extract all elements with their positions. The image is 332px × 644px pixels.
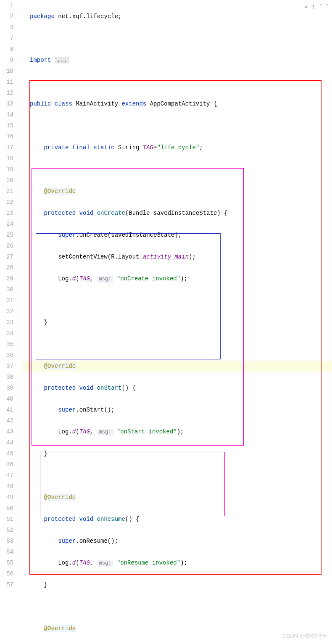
space	[113, 428, 116, 435]
code-line[interactable]: public class MainActivity extends AppCom…	[30, 98, 332, 109]
code-line[interactable]: Log.d(TAG, msg: "onStart invoked");	[30, 426, 332, 437]
code-line[interactable]	[30, 33, 332, 44]
line-number[interactable]: 35	[0, 339, 13, 350]
code-line[interactable]	[30, 339, 332, 350]
line-number[interactable]: 39	[0, 383, 13, 393]
code-line[interactable]	[30, 601, 332, 612]
line-number[interactable]: 19	[0, 164, 13, 175]
code-line[interactable]: protected void onResume() {	[30, 514, 332, 525]
modifiers: protected void	[44, 516, 97, 523]
line-number[interactable]: 16	[0, 131, 13, 142]
line-number[interactable]: 51	[0, 514, 13, 525]
code-line[interactable]: super.onResume();	[30, 536, 332, 546]
code-area[interactable]: package net.xqf.lifecycle; import ... pu…	[23, 0, 332, 644]
line-number[interactable]: 55	[0, 557, 13, 568]
line-number[interactable]: 56	[0, 568, 13, 579]
line-number[interactable]: 31	[0, 295, 13, 306]
line-number[interactable]: 20	[0, 175, 13, 186]
line-number-gutter[interactable]: 1 2 3 7 8 9 10 11 12 13 14 15 16 17 18 1…	[0, 0, 23, 644]
line-number[interactable]: 49	[0, 492, 13, 503]
line-number[interactable]: 54	[0, 546, 13, 557]
code-line[interactable]: @Override	[30, 186, 332, 197]
line-number[interactable]: 42	[0, 415, 13, 426]
code-line[interactable]	[30, 77, 332, 87]
code-line[interactable]: protected void onCreate(Bundle savedInst…	[30, 208, 332, 219]
code-line[interactable]	[30, 120, 332, 131]
line-number[interactable]: 17	[0, 142, 13, 153]
line-number[interactable]: 18	[0, 153, 13, 164]
collapsed-imports[interactable]: ...	[55, 57, 69, 63]
line-number[interactable]: 33	[0, 317, 13, 328]
code-line[interactable]: super.onCreate(savedInstanceState);	[30, 230, 332, 240]
line-number[interactable]: 1	[0, 0, 13, 11]
line-number[interactable]: 15	[0, 120, 13, 131]
code-line[interactable]: }	[30, 317, 332, 328]
line-number[interactable]: 3	[0, 22, 13, 33]
call: .onResume();	[76, 538, 118, 544]
line-number[interactable]: 29	[0, 273, 13, 284]
line-number[interactable]: 37	[0, 361, 13, 372]
code-line[interactable]: }	[30, 579, 332, 590]
line-number[interactable]: 12	[0, 87, 13, 98]
code-line[interactable]: super.onStart();	[30, 404, 332, 415]
static-method: d	[72, 560, 76, 566]
code-line[interactable]: setContentView(R.layout.activity_main);	[30, 251, 332, 262]
string-literal: "onResume invoked"	[117, 560, 180, 566]
code-line[interactable]: }	[30, 448, 332, 459]
line-number[interactable]: 7	[0, 33, 13, 44]
code-line[interactable]	[30, 470, 332, 481]
line-number[interactable]: 34	[0, 328, 13, 339]
annotation: @Override	[44, 494, 76, 501]
space	[113, 560, 116, 566]
line-number[interactable]: 30	[0, 284, 13, 295]
line-number[interactable]: 24	[0, 219, 13, 230]
line-number[interactable]: 47	[0, 470, 13, 481]
line-number[interactable]: 48	[0, 481, 13, 492]
line-number[interactable]: 23	[0, 208, 13, 219]
line-number[interactable]: 50	[0, 503, 13, 514]
code-line[interactable]	[30, 164, 332, 175]
field-name: TAG	[143, 144, 153, 151]
line-number[interactable]: 45	[0, 448, 13, 459]
line-number[interactable]: 8	[0, 44, 13, 55]
code-line[interactable]: package net.xqf.lifecycle;	[30, 11, 332, 22]
keyword: public class	[30, 100, 76, 107]
line-number[interactable]: 2	[0, 11, 13, 22]
line-number[interactable]: 14	[0, 109, 13, 120]
static-method: d	[72, 275, 76, 282]
code-line[interactable]: Log.d(TAG, msg: "onResume invoked");	[30, 557, 332, 568]
line-number[interactable]: 36	[0, 350, 13, 361]
line-number[interactable]: 46	[0, 459, 13, 470]
line-number[interactable]: 40	[0, 393, 13, 404]
line-number[interactable]: 53	[0, 536, 13, 546]
code-line[interactable]: private final static String TAG="life_cy…	[30, 142, 332, 153]
suffix: );	[180, 560, 187, 566]
line-number[interactable]: 28	[0, 262, 13, 273]
line-number[interactable]: 26	[0, 240, 13, 251]
line-number[interactable]: 43	[0, 426, 13, 437]
line-number[interactable]: 22	[0, 197, 13, 208]
code-line-highlighted[interactable]: @Override	[23, 361, 332, 372]
code-line[interactable]: protected void onStart() {	[30, 383, 332, 393]
line-number[interactable]: 9	[0, 55, 13, 66]
line-number[interactable]: 27	[0, 251, 13, 262]
line-number[interactable]: 21	[0, 186, 13, 197]
paren: (	[76, 275, 79, 282]
line-number[interactable]: 41	[0, 404, 13, 415]
line-number[interactable]: 25	[0, 230, 13, 240]
line-number[interactable]: 38	[0, 372, 13, 383]
line-number[interactable]: 10	[0, 66, 13, 77]
line-number[interactable]: 13	[0, 98, 13, 109]
line-number[interactable]: 57	[0, 579, 13, 590]
line-number[interactable]: 52	[0, 525, 13, 536]
code-editor: ✔ 1 ˄ ˅ 1 2 3 7 8 9 10 11 12 13 14 15 16…	[0, 0, 332, 644]
code-line[interactable]: @Override	[30, 492, 332, 503]
code-line[interactable]: import ...	[30, 55, 332, 66]
code-line[interactable]: Log.d(TAG, msg: "onCreate invoked");	[30, 273, 332, 284]
line-number[interactable]: 44	[0, 437, 13, 448]
code-line[interactable]	[30, 295, 332, 306]
line-number[interactable]: 11	[0, 77, 13, 87]
line-number[interactable]: 32	[0, 306, 13, 317]
suffix: );	[180, 275, 187, 282]
call: .onCreate(savedInstanceState);	[76, 232, 182, 238]
